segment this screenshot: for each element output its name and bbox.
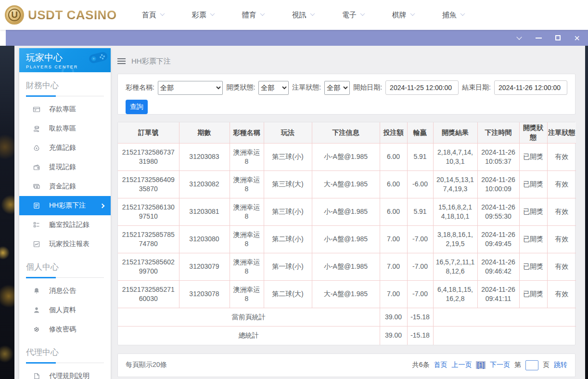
cell-lottery: 澳洲幸运8	[230, 226, 264, 253]
sidebar-item-funds-record[interactable]: 資金記錄	[19, 177, 111, 196]
current-page-indicator: [1]	[476, 361, 486, 369]
draw-status-select[interactable]: 全部	[258, 81, 289, 95]
total-count-text: 共6条	[412, 361, 430, 369]
nav-item-live[interactable]: 視訊	[292, 11, 314, 20]
sidebar-item-hh-lottery-bets[interactable]: HH彩票下注	[19, 196, 111, 215]
table-row: 2152173258527160030 31203078 澳洲幸运8 第二球(大…	[118, 281, 576, 308]
chevron-down-icon	[410, 11, 415, 16]
window-minimize-icon[interactable]	[534, 34, 543, 42]
section-divider	[26, 95, 104, 97]
sidebar-item-profile[interactable]: 個人資料	[19, 301, 111, 320]
nav-label: 棋牌	[392, 11, 407, 20]
chevron-down-icon	[260, 11, 265, 16]
menu-toggle-icon[interactable]	[117, 58, 126, 64]
lottery-bet-icon	[33, 202, 40, 209]
chevron-down-icon	[210, 11, 215, 16]
page-jump-input[interactable]	[525, 360, 538, 370]
window-maximize-icon[interactable]	[553, 34, 562, 42]
cell-period: 31203082	[179, 171, 230, 198]
cell-result: 3,18,8,16,1,2,19,5	[433, 226, 477, 253]
sidebar-item-agent-rules[interactable]: 代理規則說明	[19, 366, 111, 379]
sidebar-item-bet-report[interactable]: 玩家投注報表	[19, 235, 111, 254]
cell-draw-status: 已開獎	[519, 171, 547, 198]
cell-bet-time: 2024-11-26 10:00:09	[477, 171, 519, 198]
cell-win-loss: 5.91	[407, 144, 433, 171]
col-bet-info: 下注信息	[312, 122, 380, 144]
end-date-input[interactable]	[494, 80, 567, 95]
order-status-select[interactable]: 全部	[324, 81, 350, 95]
sidebar-item-withdrawal-record[interactable]: 提現記錄	[19, 157, 111, 177]
cell-order-status: 有效	[547, 144, 576, 171]
app-content: 玩家中心 PLAYERS CENTER 財務中心	[14, 46, 585, 379]
cell-lottery: 澳洲幸运8	[230, 144, 264, 171]
total-summary-label: 總統計	[118, 327, 380, 345]
window-dropdown-icon[interactable]	[515, 34, 524, 42]
prev-page-link[interactable]: 上一页	[451, 361, 472, 369]
nav-item-slots[interactable]: 電子	[342, 11, 364, 20]
sidebar-item-label: 提現記錄	[49, 163, 76, 171]
nav-item-boardgames[interactable]: 棋牌	[392, 11, 414, 20]
profile-icon	[33, 306, 40, 314]
col-play: 玩法	[264, 122, 312, 144]
nav-item-fishing[interactable]: 捕魚	[442, 11, 464, 20]
col-win-loss: 輸贏	[407, 122, 433, 144]
order-status-label: 注單狀態:	[292, 83, 321, 92]
cell-play: 第二球(小)	[264, 226, 312, 253]
cell-order-no: 2152173258527160030	[118, 281, 179, 308]
sidebar-item-label: 個人資料	[49, 306, 76, 314]
cell-order-status: 有效	[547, 198, 576, 226]
cell-amount: 6.00	[380, 171, 407, 198]
start-date-input[interactable]	[385, 80, 459, 95]
table-header-row: 訂單號 期數 彩種名稱 玩法 下注信息 投注額 輸贏 開獎結果 下注時間 開獎狀…	[118, 122, 576, 144]
cell-draw-status: 已開獎	[519, 198, 547, 226]
sidebar-item-hall-bet-record[interactable]: 廳室投註記錄	[19, 215, 111, 235]
jump-link[interactable]: 跳转	[554, 361, 567, 369]
sidebar-item-label: 充值記錄	[49, 144, 76, 152]
cell-order-no: 2152173258578574780	[118, 226, 179, 253]
table-row: 2152173258578574780 31203080 澳洲幸运8 第二球(小…	[118, 226, 576, 253]
sidebar-item-label: 代理規則說明	[49, 372, 89, 379]
notice-icon	[33, 287, 40, 295]
brand-logo[interactable]: U USDT CASINO	[5, 5, 117, 25]
table-row: 2152173258613097510 31203081 澳洲幸运8 第三球(小…	[118, 198, 576, 226]
cell-lottery: 澳洲幸运8	[230, 281, 264, 308]
window-close-icon[interactable]: ×	[573, 34, 581, 42]
sidebar-item-withdraw[interactable]: 取款專區	[19, 119, 111, 138]
gamepad-icon	[88, 50, 109, 65]
cell-lottery: 澳洲幸运8	[230, 171, 264, 198]
recharge-record-icon	[33, 144, 40, 152]
sidebar-item-deposit[interactable]: 存款專區	[19, 100, 111, 119]
cell-play: 第一球(小)	[264, 253, 312, 281]
page-size-text: 每頁顯示20條	[126, 361, 167, 369]
cell-order-no: 2152173258640935870	[118, 171, 179, 198]
cell-lottery: 澳洲幸运8	[230, 198, 264, 226]
funds-record-icon	[33, 183, 40, 190]
section-title-personal: 個人中心	[19, 254, 111, 273]
lottery-name-select[interactable]: 全部	[158, 81, 223, 95]
sidebar-item-announcements[interactable]: 消息公告	[19, 281, 111, 301]
sidebar-item-change-password[interactable]: 修改密碼	[19, 320, 111, 339]
first-page-link[interactable]: 首页	[434, 361, 447, 369]
main-menu: 首頁 彩票 體育 視訊 電子 棋牌 捕魚	[142, 11, 464, 20]
screen: U USDT CASINO 首頁 彩票 體育 視訊 電子 棋牌 捕魚 × 玩家中…	[0, 0, 588, 379]
sidebar-item-label: 存款專區	[49, 105, 76, 114]
cell-bet-info: 大-A盤@1.985	[312, 171, 380, 198]
sidebar-item-label: 修改密碼	[49, 325, 76, 334]
nav-item-sports[interactable]: 體育	[242, 11, 264, 20]
cell-result: 20,14,5,13,17,4,19,3	[433, 171, 477, 198]
start-date-label: 開始日期:	[353, 83, 382, 92]
sidebar-header: 玩家中心 PLAYERS CENTER	[19, 48, 111, 72]
sidebar-item-recharge-record[interactable]: 充值記錄	[19, 138, 111, 157]
nav-label: 捕魚	[442, 11, 457, 20]
bets-table: 訂單號 期數 彩種名稱 玩法 下注信息 投注額 輸贏 開獎結果 下注時間 開獎狀…	[118, 122, 576, 345]
nav-item-home[interactable]: 首頁	[142, 11, 164, 20]
brand-name: USDT CASINO	[28, 8, 117, 23]
query-button[interactable]: 查詢	[126, 100, 148, 114]
cell-amount: 7.00	[380, 226, 407, 253]
col-period: 期數	[179, 122, 230, 144]
page-summary-amount: 39.00	[380, 308, 407, 327]
cell-lottery: 澳洲幸运8	[230, 253, 264, 281]
nav-item-lottery[interactable]: 彩票	[192, 11, 214, 20]
cell-bet-time: 2024-11-26 10:05:37	[477, 144, 519, 171]
next-page-link[interactable]: 下一页	[490, 361, 510, 369]
